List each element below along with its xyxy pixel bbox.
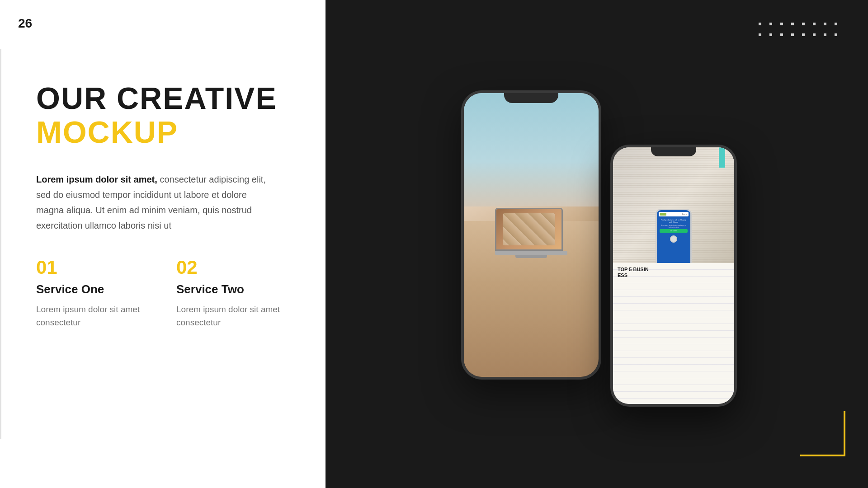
service-number-1: 01 <box>36 258 149 277</box>
mini-get-started-btn: Get started <box>660 229 688 233</box>
mini-phone-subtext: Never worry about shipping, packaging, o… <box>660 225 688 228</box>
corner-bracket-decoration <box>800 411 845 456</box>
slide: 26 OUR CREATIVE MOCKUP Lorem ipsum dolor… <box>0 0 868 488</box>
bracket-horizontal-line <box>800 455 845 456</box>
title-line2: MOCKUP <box>36 115 289 149</box>
bracket-vertical-line <box>844 411 845 456</box>
title-line1: OUR CREATIVE <box>36 81 289 115</box>
service-name-2: Service Two <box>176 282 289 296</box>
phones-container: Log in Find products to sell on Shopify … <box>457 90 737 452</box>
laptop-screen-inner <box>496 209 561 249</box>
description-bold: Lorem ipsum dolor sit amet, <box>36 174 157 184</box>
phone2-notch <box>651 147 696 156</box>
service-item-1: 01 Service One Lorem ipsum dolor sit ame… <box>36 258 149 329</box>
service-desc-2: Lorem ipsum dolor sit amet consectetur <box>176 303 289 329</box>
mini-btn-label: Get started <box>661 230 686 232</box>
service-item-2: 02 Service Two Lorem ipsum dolor sit ame… <box>176 258 289 329</box>
phone2-screen: Log in Find products to sell on Shopify … <box>613 147 734 404</box>
mini-phone-content: Find products to sell on Shopify with Ob… <box>659 218 689 234</box>
laptop-marble-texture <box>503 213 555 245</box>
notebook-lines <box>613 263 734 404</box>
shopify-logo-icon <box>660 213 666 216</box>
phone1-notch <box>504 93 558 103</box>
phone1-mockup <box>461 90 601 380</box>
service-name-1: Service One <box>36 282 149 296</box>
phone2-mockup: Log in Find products to sell on Shopify … <box>610 145 737 407</box>
laptop-stand <box>515 255 547 258</box>
top5-text: TOP 5 BUSINESS <box>618 267 649 278</box>
login-button: Log in <box>682 213 687 215</box>
left-panel: 26 OUR CREATIVE MOCKUP Lorem ipsum dolor… <box>0 0 326 488</box>
mini-phone-inside: Log in Find products to sell on Shopify … <box>656 209 692 263</box>
laptop-mockup <box>495 208 567 258</box>
mini-phone-header: Log in <box>659 212 689 216</box>
mini-phone-screen: Log in Find products to sell on Shopify … <box>657 210 690 263</box>
title-section: OUR CREATIVE MOCKUP <box>36 81 289 149</box>
mini-phone-text: Find products to sell on Shopify with Ob… <box>660 219 688 224</box>
phone1-content <box>464 93 599 377</box>
laptop-screen <box>495 208 563 251</box>
services-grid: 01 Service One Lorem ipsum dolor sit ame… <box>36 258 289 329</box>
phone1-screen <box>464 93 599 377</box>
service-number-2: 02 <box>176 258 289 277</box>
teal-bookmark <box>719 147 725 168</box>
right-panel: Log in Find products to sell on Shopify … <box>326 0 868 488</box>
dots-pattern <box>759 23 841 40</box>
fabric-background: Log in Find products to sell on Shopify … <box>613 147 734 263</box>
page-number: 26 <box>18 16 32 31</box>
notebook-area: TOP 5 BUSINESS <box>613 263 734 404</box>
mini-home-button <box>670 235 677 243</box>
vertical-divider <box>0 49 1 439</box>
service-desc-1: Lorem ipsum dolor sit amet consectetur <box>36 303 149 329</box>
description: Lorem ipsum dolor sit amet, consectetur … <box>36 172 271 233</box>
laptop-base <box>495 251 567 255</box>
